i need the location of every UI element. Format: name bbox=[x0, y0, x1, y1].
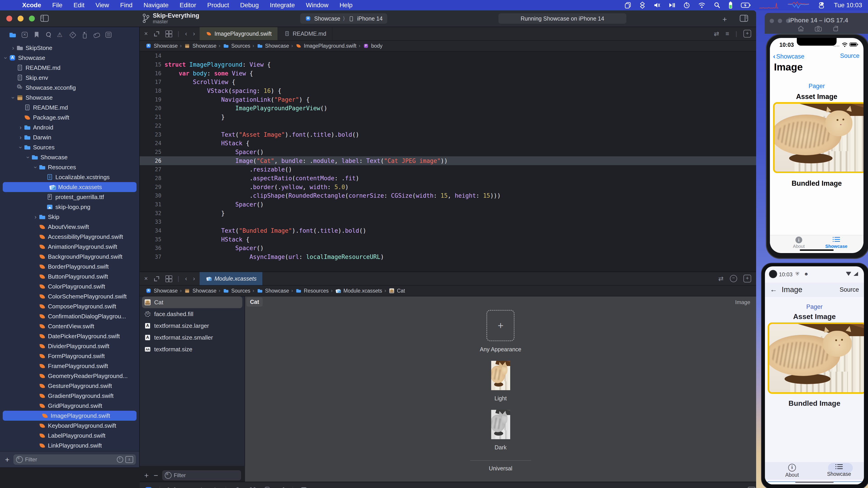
file-tree-row[interactable]: Module.xcassets bbox=[3, 182, 136, 192]
code-line[interactable]: 32 } bbox=[140, 209, 756, 218]
user-switch-icon[interactable] bbox=[818, 2, 825, 9]
play-pause-icon[interactable] bbox=[669, 2, 675, 8]
menu-item-window[interactable]: Window bbox=[306, 2, 329, 9]
variant-thumbnail[interactable] bbox=[491, 361, 510, 390]
editor-layout-icon[interactable] bbox=[165, 31, 172, 37]
code-line[interactable]: 37 AsyncImage(url: localImageResourceURL… bbox=[140, 253, 756, 261]
file-tree-row[interactable]: FramePlayground.swift bbox=[0, 361, 139, 371]
file-tree-row[interactable]: LabelPlayground.swift bbox=[0, 431, 139, 441]
menu-item-view[interactable]: View bbox=[95, 2, 109, 9]
recent-filter-icon[interactable] bbox=[117, 456, 123, 463]
breadcrumb-item[interactable]: Showcase bbox=[256, 287, 289, 294]
android-tab-showcase[interactable]: Showcase bbox=[821, 464, 857, 477]
disclosure-chevron-icon[interactable]: › bbox=[17, 144, 24, 151]
file-tree-row[interactable]: ›Showcase bbox=[0, 93, 139, 103]
simulator-title-bar[interactable]: iPhone 14 – iOS 17.4 bbox=[765, 13, 868, 34]
ios-tab-about[interactable]: i About bbox=[781, 236, 817, 249]
ios-home-indicator[interactable] bbox=[800, 250, 834, 251]
file-tree-row[interactable]: ImagePlayground.swift bbox=[3, 411, 136, 421]
expand-editor-icon[interactable] bbox=[154, 275, 160, 282]
disclosure-chevron-icon[interactable]: › bbox=[32, 164, 39, 170]
code-line[interactable]: 17 ScrollView { bbox=[140, 78, 756, 87]
code-line[interactable]: 20 ImagePlaygroundPagerView() bbox=[140, 104, 756, 113]
breadcrumb-item[interactable]: Showcase bbox=[256, 42, 289, 49]
code-line[interactable]: 35 HStack { bbox=[140, 235, 756, 244]
asset-variant[interactable]: Light bbox=[491, 361, 510, 402]
file-tree-row[interactable]: ConfirmationDialogPlaygrou... bbox=[0, 311, 139, 321]
file-tree-row[interactable]: AnimationPlayground.swift bbox=[0, 242, 139, 252]
view-hierarchy-icon[interactable] bbox=[234, 487, 241, 488]
bookmarks-navigator-icon[interactable] bbox=[33, 31, 40, 38]
asset-list-item[interactable]: textformat.size bbox=[142, 344, 242, 355]
breadcrumb-item[interactable]: Sources bbox=[223, 287, 250, 294]
step-over-icon[interactable] bbox=[183, 487, 191, 488]
rotate-icon[interactable] bbox=[832, 26, 839, 33]
reports-navigator-icon[interactable] bbox=[105, 31, 112, 38]
file-tree-row[interactable]: GesturePlayground.swift bbox=[0, 381, 139, 391]
code-line[interactable]: 29 .border(.yellow, width: 5.0) bbox=[140, 183, 756, 191]
code-line[interactable]: 16 var body: some View { bbox=[140, 69, 756, 78]
file-tree-row[interactable]: BackgroundPlayground.swift bbox=[0, 252, 139, 262]
file-tree-row[interactable]: ›Sources bbox=[0, 142, 139, 152]
code-editor[interactable]: 1415struct ImagePlayground: View {16 var… bbox=[140, 52, 756, 271]
code-review-icon[interactable]: ⇄ bbox=[714, 30, 719, 37]
breakpoints-toggle-icon[interactable] bbox=[145, 487, 152, 488]
code-line[interactable]: 23 Text("Asset Image").font(.title).bold… bbox=[140, 130, 756, 139]
windows-icon[interactable] bbox=[625, 2, 631, 8]
android-source-button[interactable]: Source bbox=[839, 286, 859, 293]
scm-filter-icon[interactable]: ± bbox=[125, 456, 133, 463]
file-tree-row[interactable]: ›SkipStone bbox=[0, 43, 139, 53]
file-tree-row[interactable]: ›Darwin bbox=[0, 132, 139, 142]
breadcrumb-item[interactable]: Cat bbox=[388, 287, 405, 294]
file-tree-row[interactable]: DatePickerPlayground.swift bbox=[0, 331, 139, 341]
asset-variant[interactable]: Dark bbox=[491, 410, 510, 451]
menu-item-help[interactable]: Help bbox=[340, 2, 352, 9]
code-line[interactable]: 19 NavigationLink("Pager") { bbox=[140, 95, 756, 104]
back-history-icon[interactable]: ‹ bbox=[185, 30, 187, 37]
code-line[interactable]: 28 .aspectRatio(contentMode: .fit) bbox=[140, 174, 756, 183]
menu-item-product[interactable]: Product bbox=[207, 2, 229, 9]
menu-item-edit[interactable]: Edit bbox=[73, 2, 84, 9]
android-home-indicator[interactable] bbox=[795, 482, 834, 483]
code-line[interactable]: 21 } bbox=[140, 113, 756, 122]
memory-graph-icon[interactable] bbox=[249, 487, 256, 488]
disclosure-chevron-icon[interactable]: › bbox=[10, 44, 17, 52]
disclosure-chevron-icon[interactable]: › bbox=[17, 124, 24, 131]
code-line[interactable]: 36 Spacer() bbox=[140, 244, 756, 253]
remove-asset-button[interactable]: − bbox=[154, 471, 158, 480]
file-tree-row[interactable]: ›Android bbox=[0, 123, 139, 132]
tests-navigator-icon[interactable] bbox=[69, 31, 76, 38]
window-close-button[interactable] bbox=[6, 15, 12, 22]
breadcrumb-item[interactable]: Sources bbox=[223, 42, 250, 49]
shapes-icon[interactable] bbox=[640, 2, 645, 9]
ios-source-button[interactable]: Source bbox=[840, 53, 860, 59]
file-tree-row[interactable]: KeyboardPlayground.swift bbox=[0, 421, 139, 431]
editor-tab[interactable]: ImagePlayground.swift bbox=[199, 27, 278, 40]
code-line[interactable]: 24 HStack { bbox=[140, 139, 756, 148]
menu-item-xcode[interactable]: Xcode bbox=[22, 2, 41, 9]
disclosure-chevron-icon[interactable]: › bbox=[25, 154, 32, 161]
assets-tab[interactable]: Module.xcassets bbox=[199, 272, 263, 285]
project-navigator-icon[interactable] bbox=[9, 31, 16, 38]
asset-filter-field[interactable]: Filter bbox=[162, 470, 241, 480]
editor-tab[interactable]: README.md bbox=[278, 27, 333, 40]
window-zoom-button[interactable] bbox=[29, 15, 35, 22]
project-scm-info[interactable]: Skip-Everything master bbox=[142, 12, 199, 24]
file-tree-row[interactable]: ColorPlayground.swift bbox=[0, 282, 139, 291]
scheme-selector[interactable]: Showcase ⟩ iPhone 14 bbox=[300, 13, 387, 24]
forward-history-icon[interactable]: › bbox=[193, 30, 195, 37]
file-tree-row[interactable]: Localizable.xcstrings bbox=[0, 172, 139, 182]
file-tree-row[interactable]: ComposePlayground.swift bbox=[0, 301, 139, 311]
file-tree-row[interactable]: ›Resources bbox=[0, 162, 139, 172]
ios-tab-showcase[interactable]: Showcase bbox=[818, 236, 855, 249]
code-line[interactable]: 27 .resizable() bbox=[140, 165, 756, 174]
ios-pager-link[interactable]: Pager bbox=[770, 83, 864, 90]
window-minimize-button[interactable] bbox=[18, 15, 24, 22]
file-tree-row[interactable]: ButtonPlayground.swift bbox=[0, 271, 139, 282]
code-line[interactable]: 14 bbox=[140, 52, 756, 60]
disclosure-chevron-icon[interactable]: › bbox=[17, 134, 24, 141]
breakpoints-navigator-icon[interactable] bbox=[93, 31, 100, 38]
file-tree-row[interactable]: README.md bbox=[0, 63, 139, 73]
variant-thumbnail[interactable] bbox=[491, 410, 510, 439]
time-machine-icon[interactable] bbox=[683, 2, 690, 8]
